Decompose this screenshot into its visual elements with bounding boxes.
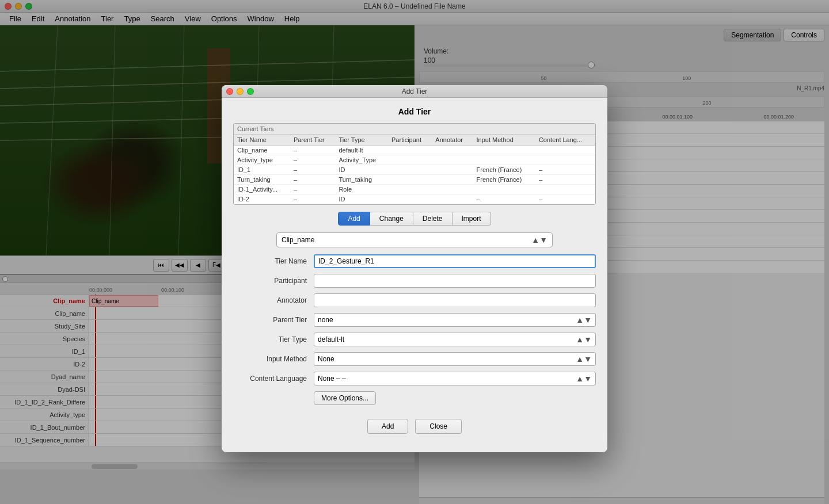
- content-language-value: None – –: [318, 375, 346, 383]
- cell-annotator: [432, 155, 473, 165]
- tier-type-field: default-lt ▲▼: [314, 333, 596, 346]
- participant-label: Participant: [233, 277, 314, 285]
- form-row-annotator: Annotator: [233, 293, 596, 307]
- cell-participant: [388, 155, 432, 165]
- table-row[interactable]: Turn_taking – Turn_taking French (France…: [234, 175, 595, 185]
- tier-dropdown[interactable]: Clip_name ▲▼: [276, 232, 553, 247]
- cell-tier-name: Activity_type: [234, 155, 290, 165]
- cell-lang: –: [535, 165, 595, 175]
- input-method-label: Input Method: [233, 355, 314, 363]
- input-method-select[interactable]: None ▲▼: [314, 352, 596, 366]
- cell-participant: [388, 165, 432, 175]
- cell-parent: –: [290, 146, 336, 155]
- cell-parent: –: [290, 165, 336, 175]
- parent-tier-label: Parent Tier: [233, 316, 314, 324]
- tier-type-select[interactable]: default-lt ▲▼: [314, 333, 596, 346]
- dialog-minimize-button[interactable]: [237, 88, 244, 95]
- cell-type: default-lt: [335, 146, 388, 155]
- cell-parent: –: [290, 185, 336, 194]
- add-button[interactable]: Add: [367, 419, 408, 434]
- tab-delete[interactable]: Delete: [413, 212, 452, 226]
- cell-participant: [388, 185, 432, 194]
- col-tier-type: Tier Type: [335, 135, 388, 146]
- dialog-footer: Add Close: [233, 412, 596, 443]
- parent-tier-field: none ▲▼: [314, 313, 596, 327]
- cell-input: [473, 146, 535, 155]
- content-language-select[interactable]: None – – ▲▼: [314, 372, 596, 385]
- table-row[interactable]: ID-2 – ID – –: [234, 194, 595, 204]
- dropdown-row: Clip_name ▲▼: [233, 232, 596, 247]
- tab-add[interactable]: Add: [338, 212, 370, 226]
- tab-import[interactable]: Import: [452, 212, 491, 226]
- annotator-field: [314, 293, 596, 307]
- cell-parent: –: [290, 155, 336, 165]
- parent-tier-value: none: [318, 316, 333, 324]
- dialog-close-button[interactable]: [226, 88, 233, 95]
- cell-lang: [535, 185, 595, 194]
- tiers-table-container[interactable]: Tier Name Parent Tier Tier Type Particip…: [234, 135, 595, 204]
- cell-lang: [535, 155, 595, 165]
- cell-tier-name: ID_1: [234, 165, 290, 175]
- annotator-label: Annotator: [233, 296, 314, 304]
- cell-input: [473, 155, 535, 165]
- cell-annotator: [432, 194, 473, 204]
- add-tier-dialog: Add Tier Add Tier Current Tiers Tier Nam…: [222, 85, 607, 452]
- dialog-title: Add Tier: [402, 87, 428, 96]
- form-row-parent-tier: Parent Tier none ▲▼: [233, 313, 596, 327]
- tiers-table: Tier Name Parent Tier Tier Type Particip…: [234, 135, 595, 204]
- parent-tier-arrow-icon: ▲▼: [576, 318, 592, 322]
- form-row-tier-type: Tier Type default-lt ▲▼: [233, 333, 596, 346]
- table-row[interactable]: ID_1 – ID French (France) –: [234, 165, 595, 175]
- content-language-arrow-icon: ▲▼: [576, 376, 592, 381]
- cell-type: ID: [335, 165, 388, 175]
- dropdown-arrow-icon: ▲▼: [531, 238, 547, 242]
- cell-annotator: [432, 175, 473, 185]
- tab-change[interactable]: Change: [370, 212, 413, 226]
- cell-parent: –: [290, 175, 336, 185]
- cell-parent: –: [290, 194, 336, 204]
- tab-row: Add Change Delete Import: [233, 212, 596, 226]
- cell-lang: [535, 146, 595, 155]
- cell-tier-name: ID-2: [234, 194, 290, 204]
- dialog-window-controls[interactable]: [226, 88, 254, 95]
- close-button[interactable]: Close: [415, 419, 462, 434]
- cell-input: –: [473, 194, 535, 204]
- cell-tier-name: Clip_name: [234, 146, 290, 155]
- dialog-body: Add Tier Current Tiers Tier Name Parent …: [222, 98, 607, 452]
- cell-participant: [388, 146, 432, 155]
- cell-annotator: [432, 185, 473, 194]
- dialog-title-bar: Add Tier: [222, 85, 607, 98]
- dialog-maximize-button[interactable]: [247, 88, 254, 95]
- current-tiers-label: Current Tiers: [234, 124, 595, 135]
- col-input-method: Input Method: [473, 135, 535, 146]
- current-tiers-section: Current Tiers Tier Name Parent Tier Tier…: [233, 123, 596, 205]
- tier-type-value: default-lt: [318, 335, 344, 343]
- form-row-participant: Participant: [233, 274, 596, 288]
- table-row[interactable]: Clip_name – default-lt: [234, 146, 595, 155]
- annotator-input[interactable]: [314, 293, 596, 307]
- table-row[interactable]: Activity_type – Activity_Type: [234, 155, 595, 165]
- parent-tier-select[interactable]: none ▲▼: [314, 313, 596, 327]
- col-tier-name: Tier Name: [234, 135, 290, 146]
- col-content-lang: Content Lang...: [535, 135, 595, 146]
- cell-tier-name: ID-1_Activity...: [234, 185, 290, 194]
- col-annotator: Annotator: [432, 135, 473, 146]
- cell-input: [473, 185, 535, 194]
- input-method-field: None ▲▼: [314, 352, 596, 366]
- cell-participant: [388, 194, 432, 204]
- cell-input: French (France): [473, 175, 535, 185]
- input-method-arrow-icon: ▲▼: [576, 357, 592, 361]
- cell-lang: –: [535, 194, 595, 204]
- tier-name-input[interactable]: [314, 254, 596, 268]
- cell-type: Role: [335, 185, 388, 194]
- content-language-label: Content Language: [233, 375, 314, 383]
- cell-type: Turn_taking: [335, 175, 388, 185]
- cell-type: ID: [335, 194, 388, 204]
- form-row-input-method: Input Method None ▲▼: [233, 352, 596, 366]
- participant-input[interactable]: [314, 274, 596, 288]
- content-language-field: None – – ▲▼: [314, 372, 596, 385]
- table-row[interactable]: ID-1_Activity... – Role: [234, 185, 595, 194]
- more-options-button[interactable]: More Options...: [314, 391, 376, 405]
- cell-lang: –: [535, 175, 595, 185]
- form-row-tier-name: Tier Name: [233, 254, 596, 268]
